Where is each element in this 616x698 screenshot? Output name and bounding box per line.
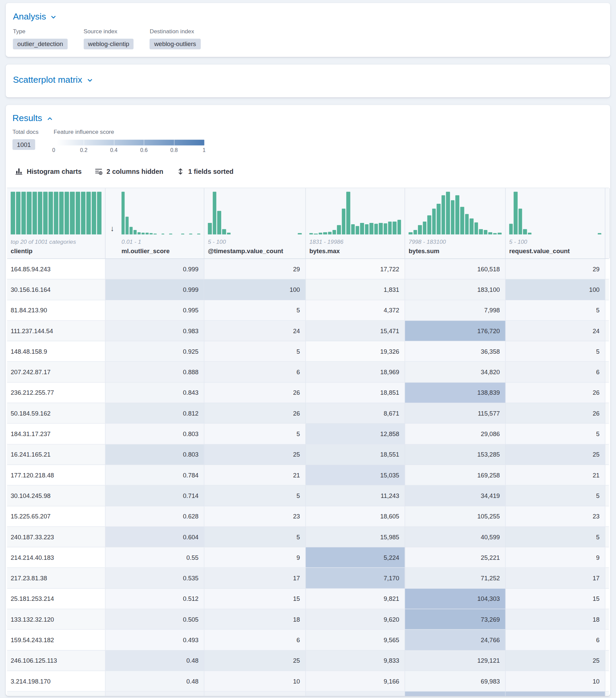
column-header-clientip[interactable]: top 20 of 1001 categoriesclientip — [7, 188, 106, 259]
cell-clientip[interactable]: 184.31.17.237 — [7, 424, 106, 444]
cell-clientip[interactable]: 177.120.218.48 — [7, 465, 106, 485]
fields-sorted-button[interactable]: 1 fields sorted — [177, 168, 233, 176]
cell-bytes.sum[interactable]: 69,983 — [405, 671, 506, 691]
cell-@timestamp.value_count[interactable]: 5 — [205, 300, 306, 320]
cell-@timestamp.value_count[interactable]: 25 — [205, 445, 306, 465]
cell-ml.outlier_score[interactable]: 0.784 — [106, 465, 205, 485]
cell-bytes.max[interactable]: 17,722 — [306, 259, 405, 279]
column-header-ml.outlier_score[interactable]: ↓0.01 - 1ml.outlier_score — [106, 188, 205, 259]
column-header-@timestamp.value_count[interactable]: 5 - 100@timestamp.value_count — [205, 188, 306, 259]
cell-@timestamp.value_count[interactable]: 100 — [205, 279, 306, 299]
cell-bytes.sum[interactable]: 105,255 — [405, 506, 506, 527]
cell-bytes.sum[interactable]: 183,100 — [405, 279, 506, 299]
cell-bytes.sum[interactable]: 160,518 — [405, 259, 506, 279]
cell-clientip[interactable]: 217.23.81.38 — [7, 568, 106, 588]
cell-ml.outlier_score[interactable]: 0.512 — [106, 589, 205, 609]
cell-ml.outlier_score[interactable]: 0.843 — [106, 382, 205, 403]
cell-request.value_count[interactable]: 29 — [506, 259, 605, 279]
cell-clientip[interactable]: 236.212.255.77 — [7, 382, 106, 403]
cell-ml.outlier_score[interactable] — [106, 692, 205, 696]
cell-clientip[interactable]: 15.225.65.207 — [7, 506, 106, 527]
cell-clientip[interactable]: 207.242.87.17 — [7, 362, 106, 382]
cell-bytes.sum[interactable]: 104,303 — [405, 589, 506, 609]
cell-clientip[interactable]: 3.214.198.170 — [7, 671, 106, 691]
cell-clientip[interactable]: 16.241.165.21 — [7, 445, 106, 465]
cell-clientip[interactable] — [7, 692, 106, 696]
cell-@timestamp.value_count[interactable]: 5 — [205, 341, 306, 361]
cell-ml.outlier_score[interactable]: 0.535 — [106, 568, 205, 588]
scatterplot-accordion-toggle[interactable]: Scatterplot matrix — [13, 73, 93, 86]
cell-clientip[interactable]: 148.48.158.9 — [7, 341, 106, 361]
cell-ml.outlier_score[interactable]: 0.493 — [106, 630, 205, 650]
cell-@timestamp.value_count[interactable]: 10 — [205, 671, 306, 691]
cell-request.value_count[interactable]: 24 — [506, 321, 605, 341]
cell-request.value_count[interactable]: 5 — [506, 300, 605, 320]
cell-@timestamp.value_count[interactable]: 9 — [205, 547, 306, 568]
cell-clientip[interactable]: 164.85.94.243 — [7, 259, 106, 279]
cell-request.value_count[interactable]: 23 — [506, 506, 605, 527]
cell-bytes.max[interactable]: 4,372 — [306, 300, 405, 320]
cell-request.value_count[interactable]: 9 — [506, 547, 605, 568]
cell-@timestamp.value_count[interactable]: 6 — [205, 362, 306, 382]
cell-request.value_count[interactable]: 25 — [506, 445, 605, 465]
cell-bytes.sum[interactable]: 129,121 — [405, 651, 506, 671]
column-header-bytes.sum[interactable]: 7998 - 183100bytes.sum — [405, 188, 506, 259]
cell-@timestamp.value_count[interactable]: 23 — [205, 506, 306, 527]
cell-@timestamp.value_count[interactable]: 24 — [205, 321, 306, 341]
cell-request.value_count[interactable]: 5 — [506, 341, 605, 361]
cell-clientip[interactable]: 159.54.243.182 — [7, 630, 106, 650]
cell-@timestamp.value_count[interactable]: 5 — [205, 486, 306, 506]
cell-clientip[interactable]: 246.106.125.113 — [7, 651, 106, 671]
cell-bytes.sum[interactable]: 7,998 — [405, 300, 506, 320]
cell-ml.outlier_score[interactable]: 0.714 — [106, 486, 205, 506]
cell-bytes.sum[interactable]: 36,358 — [405, 341, 506, 361]
column-header-request.value_count[interactable]: 5 - 100request.value_count — [506, 188, 605, 259]
cell-bytes.sum[interactable]: 176,720 — [405, 321, 506, 341]
cell-bytes.max[interactable]: 11,243 — [306, 486, 405, 506]
cell-bytes.max[interactable]: 18,851 — [306, 382, 405, 403]
cell-@timestamp.value_count[interactable]: 26 — [205, 382, 306, 403]
cell-ml.outlier_score[interactable]: 0.999 — [106, 259, 205, 279]
cell-request.value_count[interactable]: 5 — [506, 486, 605, 506]
cell-request.value_count[interactable]: 21 — [506, 465, 605, 485]
cell-bytes.max[interactable]: 9,620 — [306, 609, 405, 629]
cell-@timestamp.value_count[interactable]: 25 — [205, 651, 306, 671]
cell-bytes.sum[interactable]: 34,820 — [405, 362, 506, 382]
cell-bytes.max[interactable]: 19,326 — [306, 341, 405, 361]
cell-bytes.max[interactable]: 1,831 — [306, 279, 405, 299]
cell-request.value_count[interactable]: 18 — [506, 609, 605, 629]
cell-request.value_count[interactable]: 100 — [506, 279, 605, 299]
column-header-bytes.max[interactable]: 1831 - 19986bytes.max — [306, 188, 405, 259]
cell-@timestamp.value_count[interactable] — [205, 692, 306, 696]
cell-request.value_count[interactable]: 6 — [506, 630, 605, 650]
cell-clientip[interactable]: 30.156.16.164 — [7, 279, 106, 299]
cell-request.value_count[interactable] — [506, 692, 605, 696]
cell-bytes.sum[interactable] — [405, 692, 506, 696]
cell-ml.outlier_score[interactable]: 0.505 — [106, 609, 205, 629]
cell-ml.outlier_score[interactable]: 0.803 — [106, 445, 205, 465]
cell-bytes.sum[interactable]: 73,269 — [405, 609, 506, 629]
cell-bytes.sum[interactable]: 40,599 — [405, 527, 506, 547]
cell-@timestamp.value_count[interactable]: 26 — [205, 403, 306, 423]
columns-hidden-button[interactable]: 2 columns hidden — [95, 168, 163, 176]
cell-clientip[interactable]: 25.181.253.214 — [7, 589, 106, 609]
cell-bytes.max[interactable]: 15,985 — [306, 527, 405, 547]
cell-@timestamp.value_count[interactable]: 21 — [205, 465, 306, 485]
cell-request.value_count[interactable]: 6 — [506, 362, 605, 382]
cell-ml.outlier_score[interactable]: 0.55 — [106, 547, 205, 568]
cell-bytes.max[interactable]: 18,551 — [306, 445, 405, 465]
cell-bytes.max[interactable]: 9,166 — [306, 671, 405, 691]
cell-ml.outlier_score[interactable]: 0.983 — [106, 321, 205, 341]
cell-clientip[interactable]: 240.187.33.223 — [7, 527, 106, 547]
cell-request.value_count[interactable]: 25 — [506, 651, 605, 671]
cell-request.value_count[interactable]: 26 — [506, 403, 605, 423]
cell-request.value_count[interactable]: 10 — [506, 671, 605, 691]
cell-request.value_count[interactable]: 17 — [506, 568, 605, 588]
cell-bytes.max[interactable]: 15,035 — [306, 465, 405, 485]
cell-bytes.max[interactable]: 7,170 — [306, 568, 405, 588]
cell-bytes.sum[interactable]: 24,766 — [405, 630, 506, 650]
cell-@timestamp.value_count[interactable]: 5 — [205, 527, 306, 547]
cell-clientip[interactable]: 81.84.213.90 — [7, 300, 106, 320]
cell-bytes.max[interactable]: 18,605 — [306, 506, 405, 527]
cell-@timestamp.value_count[interactable]: 29 — [205, 259, 306, 279]
